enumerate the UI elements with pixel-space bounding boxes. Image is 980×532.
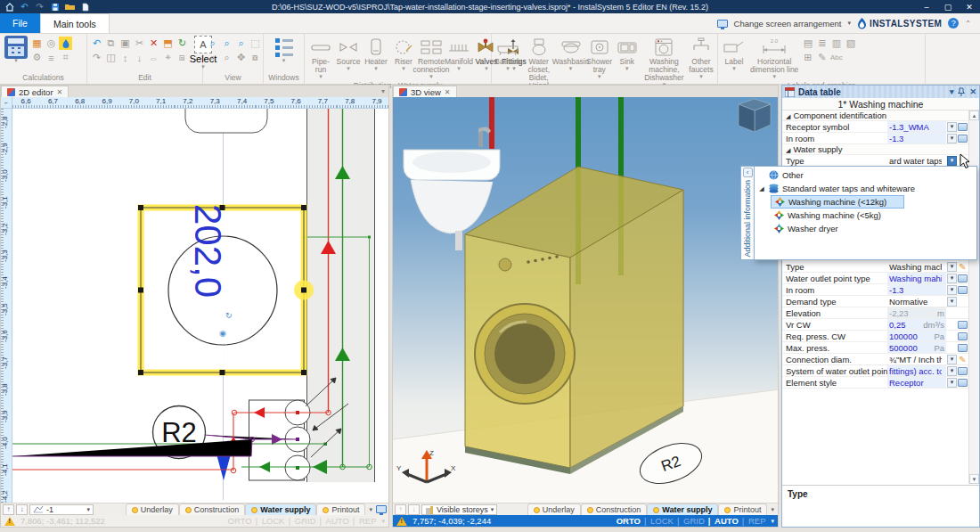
property-value-cell[interactable]: Washing machine Qn=0.25 / — [887, 261, 946, 272]
zoom-out-icon[interactable]: ⌕ — [220, 37, 233, 50]
mode-toggle[interactable]: AUTO — [708, 516, 739, 526]
settings-icon[interactable]: ⚙ — [30, 51, 44, 64]
value-action-icon[interactable] — [957, 321, 968, 329]
value-action-icon[interactable] — [957, 135, 968, 143]
zoom-previous-icon[interactable]: ⌕ — [234, 37, 248, 50]
ruler-corner[interactable]: ⌐ — [1, 97, 12, 109]
stamp-icon[interactable]: ✎ — [815, 51, 829, 64]
tab-2d-editor[interactable]: 2D editor ✕ — [1, 86, 69, 97]
warning-icon[interactable] — [396, 517, 407, 526]
ribbon-button-manifold[interactable]: Manifold▾ — [445, 36, 472, 72]
status-caret-icon[interactable]: ▾ — [771, 518, 774, 525]
property-value-cell[interactable]: -1.3_WMA — [887, 121, 946, 132]
property-value-cell[interactable]: 0,25 dm³/s — [887, 319, 946, 330]
ribbon-button-label[interactable]: Label▾ — [721, 36, 747, 72]
undo-edit-icon[interactable]: ↶ — [90, 37, 103, 50]
collapse-ribbon-icon[interactable]: ⌃ — [965, 20, 971, 28]
redo-edit-icon[interactable]: ↷ — [90, 51, 103, 64]
property-value-cell[interactable]: -2,23 m — [887, 307, 946, 318]
value-action-icon[interactable] — [957, 262, 968, 272]
zoom-extents-icon[interactable]: ⌕ — [206, 51, 219, 64]
ribbon-button-sink[interactable]: Sink▾ — [614, 36, 641, 72]
refresh-icon[interactable]: ↻ — [176, 37, 189, 50]
redo-icon[interactable]: ↷ — [35, 2, 45, 12]
tab-file[interactable]: File — [0, 13, 40, 33]
navigation-cube[interactable] — [739, 99, 771, 132]
layer-tabs-caret-icon[interactable]: ▾ — [367, 506, 374, 513]
change-screen-arrangement-button[interactable]: Change screen arrangement — [734, 19, 842, 29]
help-icon[interactable]: ? — [948, 18, 959, 29]
frame-icon[interactable]: ▧ — [844, 37, 857, 50]
storey-up-icon[interactable]: ↑ — [395, 504, 406, 515]
washing-machine-3d[interactable] — [465, 167, 683, 474]
ribbon-button-heater[interactable]: Heater▾ — [363, 36, 389, 72]
close-button[interactable]: ✕ — [959, 3, 980, 12]
value-action-icon[interactable] — [957, 332, 968, 340]
zoom-window-icon[interactable]: ⌕ — [220, 51, 233, 64]
property-row[interactable]: Demand type Normative ▾ — [782, 296, 968, 307]
value-dropdown-caret-icon[interactable]: ▾ — [947, 274, 957, 283]
property-row[interactable]: Elevation -2,23 m ▾ — [782, 307, 968, 319]
paste-icon[interactable]: ▣ — [118, 37, 132, 50]
cut-icon[interactable]: ✂ — [133, 37, 146, 50]
mode-toggle[interactable]: LOCK — [256, 516, 285, 526]
value-dropdown-caret-icon[interactable]: ▾ — [947, 355, 957, 364]
mode-toggle[interactable]: ORTO — [617, 516, 641, 526]
dropdown-item-standard-taps[interactable]: ◢ Standard water taps and whiteware — [755, 182, 976, 195]
storey-up-icon[interactable]: ↑ — [3, 504, 14, 515]
2d-drawing-canvas[interactable]: ↻ ◉ 202,0 R2 — [12, 109, 388, 503]
close-3d-tab-icon[interactable]: ✕ — [445, 88, 451, 96]
move-down-icon[interactable]: ↓ — [133, 51, 146, 64]
value-action-icon[interactable] — [957, 286, 968, 294]
value-dropdown-caret-icon[interactable]: ▾ — [947, 122, 957, 132]
mode-toggle[interactable]: REP — [742, 516, 766, 526]
property-row[interactable]: Receptor symbol -1.3_WMA ▾ — [782, 121, 968, 133]
property-row[interactable]: Water outlet point type Washing mahine (… — [782, 273, 968, 284]
home-icon[interactable] — [4, 2, 14, 12]
property-value-cell[interactable]: 500000 Pa — [887, 342, 946, 353]
align-icon[interactable]: ↕ — [118, 51, 132, 64]
tab-main-tools[interactable]: Main tools — [40, 13, 110, 33]
pan-icon[interactable]: ✥ — [234, 51, 248, 64]
3d-viewport[interactable]: R2 Z X Y — [393, 97, 778, 503]
fixture-outline[interactable] — [185, 109, 267, 133]
visible-storeys-selector[interactable]: Visible storeys ▾ — [421, 504, 497, 515]
panel-close-icon[interactable]: ✕ — [969, 87, 976, 96]
layer-tabs-caret-icon[interactable]: ▾ — [769, 506, 776, 513]
zoom-in-icon[interactable]: ⌕ — [206, 37, 219, 50]
ribbon-button-other-faucets[interactable]: Other faucets▾ — [688, 36, 715, 80]
storey-selector[interactable]: -1 ▾ — [29, 504, 94, 515]
new-file-icon[interactable] — [80, 2, 90, 12]
value-action-icon[interactable] — [957, 355, 968, 364]
open-folder-icon[interactable] — [65, 2, 75, 12]
scroll-up-icon[interactable]: ▲ — [969, 110, 979, 120]
layer-tab[interactable]: Printout — [718, 503, 767, 516]
save-icon[interactable] — [50, 2, 60, 12]
windows-button[interactable]: ▾ — [271, 36, 298, 64]
property-row[interactable]: Component identification ▾ — [782, 110, 968, 121]
additional-information-tab[interactable]: ‹ Additional information — [740, 166, 754, 260]
value-dropdown-caret-icon[interactable]: ▾ — [947, 262, 957, 272]
pin-icon[interactable] — [958, 87, 965, 96]
ribbon-button-washbasin[interactable]: Washbasin▾ — [556, 36, 584, 72]
layer-tab[interactable]: Underlay — [527, 503, 581, 516]
change-screen-caret-icon[interactable]: ▾ — [847, 20, 851, 27]
cold-water-pipe-3d[interactable] — [489, 97, 494, 149]
property-row[interactable]: In room -1.3 ▾ — [782, 284, 968, 296]
property-value-cell[interactable]: ¾"MT / Inch threads (MT) — [887, 354, 946, 364]
dropdown-item-washer-dryer[interactable]: Washer dryer — [771, 222, 976, 235]
value-dropdown-caret-icon[interactable]: ▾ — [947, 297, 957, 307]
minimize-button[interactable]: – — [916, 3, 937, 12]
mode-toggle[interactable]: GRID — [677, 516, 705, 526]
value-action-icon[interactable] — [957, 379, 968, 387]
value-action-icon[interactable] — [957, 123, 968, 131]
dropdown-item-washing-machine-5kg[interactable]: Washing machine (<5kg) — [771, 209, 976, 222]
ribbon-button-dimension-line[interactable]: 2.0 Horizontal dimension line▾ — [748, 36, 800, 80]
data-check-icon[interactable]: ≡ — [45, 51, 58, 64]
layer-tab[interactable]: Water supply — [647, 503, 718, 516]
insert-image-icon[interactable]: ▤ — [801, 37, 814, 50]
ribbon-button-remote-connection[interactable]: Remote connection▾ — [418, 36, 445, 80]
ribbon-button-shower-tray[interactable]: Shower tray▾ — [586, 36, 613, 80]
2d-tab-list-caret-icon[interactable]: ▾ — [381, 86, 388, 97]
group-icon[interactable]: ⧈ — [176, 51, 189, 64]
